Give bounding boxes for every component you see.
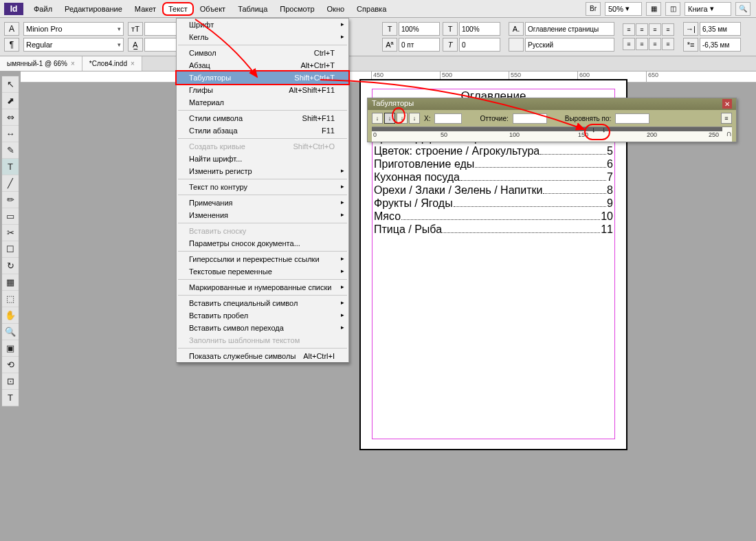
menu-item[interactable]: Найти шрифт... [177,153,348,165]
menubar: Id Файл Редактирование Макет Текст Объек… [0,0,756,18]
menu-item[interactable]: Примечания▸ [177,197,348,209]
menu-item: Заполнить шаблонным текстом [177,334,348,346]
hscale-input[interactable]: 100% [399,22,440,36]
para-mode-icon[interactable]: ¶ [4,38,19,52]
skew-input[interactable]: 0 [459,38,500,52]
tool-button[interactable]: ↻ [2,258,19,274]
arrange-icon[interactable]: ◫ [665,2,680,16]
font-family-select[interactable]: Minion Pro▾ [23,22,124,36]
vscale-input[interactable]: 100% [459,22,500,36]
tool-button[interactable]: ⟲ [2,357,19,373]
tool-button[interactable]: ☐ [2,241,19,258]
menu-object[interactable]: Объект [194,2,232,16]
bridge-icon[interactable]: Br [586,2,601,16]
document-tabs: ымянный-1 @ 66%× *Слов4.indd× [0,56,756,71]
menu-help[interactable]: Справка [351,2,392,16]
tool-button[interactable]: ↔ [2,126,19,142]
toc-row: Птица / Рыба11 [374,223,613,236]
panel-menu-icon[interactable]: ≡ [721,113,732,124]
workspace-switch[interactable]: Книга ▾ [685,2,731,16]
language-select[interactable]: Русский [525,38,614,52]
close-icon[interactable]: × [71,60,75,67]
tool-button[interactable]: 🔍 [2,324,19,340]
menu-item[interactable]: Параметры сносок документа... [177,237,348,250]
menu-item[interactable]: Показать служебные символыAlt+Ctrl+I [177,350,348,362]
tool-button[interactable]: ⊡ [2,373,19,390]
leading-icon: A̲ [128,38,143,52]
lang-icon [509,38,524,52]
doc-tab-2[interactable]: *Слов4.indd× [82,56,142,71]
tool-button[interactable]: ╱ [2,175,19,192]
close-icon[interactable]: × [131,60,135,67]
menu-item[interactable]: Маркированные и нумерованные списки▸ [177,281,348,294]
tool-button[interactable]: ↖ [2,76,19,93]
tool-button[interactable]: ⬚ [2,291,19,307]
indent-first-icon: *≡ [683,38,698,52]
menu-item[interactable]: Изменить регистр▸ [177,165,348,177]
tool-button[interactable]: T [2,390,19,406]
menu-text[interactable]: Текст [162,2,194,16]
menu-item[interactable]: Вставить пробел▸ [177,309,348,322]
doc-tab-1[interactable]: ымянный-1 @ 66%× [0,56,82,71]
menu-item[interactable]: Гиперссылки и перекрестные ссылки▸ [177,253,348,265]
magnet-icon[interactable]: ∩ [726,129,732,138]
tool-button[interactable]: ⇔ [2,109,19,126]
baseline-input[interactable]: 0 пт [399,38,440,52]
menu-item: Вставить сноску [177,225,348,237]
tool-button[interactable]: ✂ [2,225,19,241]
tool-button[interactable]: ✏ [2,192,19,208]
tool-button[interactable]: ▦ [2,274,19,291]
app-icon: Id [4,3,23,15]
vscale-icon: T [443,22,458,36]
menu-view[interactable]: Просмотр [274,2,320,16]
align-buttons-2[interactable]: ≡≡≡≡ [623,38,675,50]
menu-edit[interactable]: Редактирование [58,2,129,16]
menu-item[interactable]: Текст по контуру▸ [177,181,348,193]
para-style-select[interactable]: Оглавление страницы [525,22,614,36]
tool-button[interactable]: ✋ [2,307,19,324]
search-icon[interactable]: 🔍 [735,2,751,16]
tool-button[interactable]: ⬈ [2,93,19,109]
indent-left-icon: →| [683,22,698,36]
align-input[interactable] [615,113,649,124]
size-icon: тТ [128,22,143,36]
indent-1[interactable]: 6,35 мм [700,22,741,36]
tool-button[interactable]: T [2,159,19,175]
parastyle-icon: A. [509,22,524,36]
menu-item: Создать кривыеShift+Ctrl+O [177,140,348,153]
menu-table[interactable]: Таблица [232,2,274,16]
annotation-arrow-2 [316,76,605,139]
menu-item[interactable]: Изменения▸ [177,209,348,221]
align-buttons[interactable]: ≡≡≡≡ [623,23,675,36]
control-bar: A ¶ Minion Pro▾ Regular▾ тТ A̲ T100% Aª0… [0,18,756,56]
menu-item[interactable]: Текстовые переменные▸ [177,265,348,278]
hscale-icon: T [382,22,397,36]
tool-button[interactable]: ✎ [2,142,19,159]
tool-button[interactable]: ▣ [2,340,19,357]
char-mode-icon[interactable]: A [4,22,19,36]
menu-window[interactable]: Окно [321,2,351,16]
baseline-icon: Aª [382,38,397,52]
indent-2[interactable]: -6,35 мм [700,38,741,52]
font-style-select[interactable]: Regular▾ [23,38,124,52]
screen-mode-icon[interactable]: ▦ [646,2,661,16]
menu-item[interactable]: Вставить символ перехода▸ [177,322,348,334]
skew-icon: T [443,38,458,52]
close-icon[interactable]: ✕ [722,99,732,109]
menu-item[interactable]: Вставить специальный символ▸ [177,297,348,309]
menu-layout[interactable]: Макет [129,2,162,16]
toolbox: ↖⬈⇔↔✎T╱✏▭✂☐↻▦⬚✋🔍▣⟲⊡T [1,76,19,407]
tool-button[interactable]: ▭ [2,208,19,225]
menu-file[interactable]: Файл [27,2,58,16]
zoom-level[interactable]: 50% ▾ [605,2,642,16]
